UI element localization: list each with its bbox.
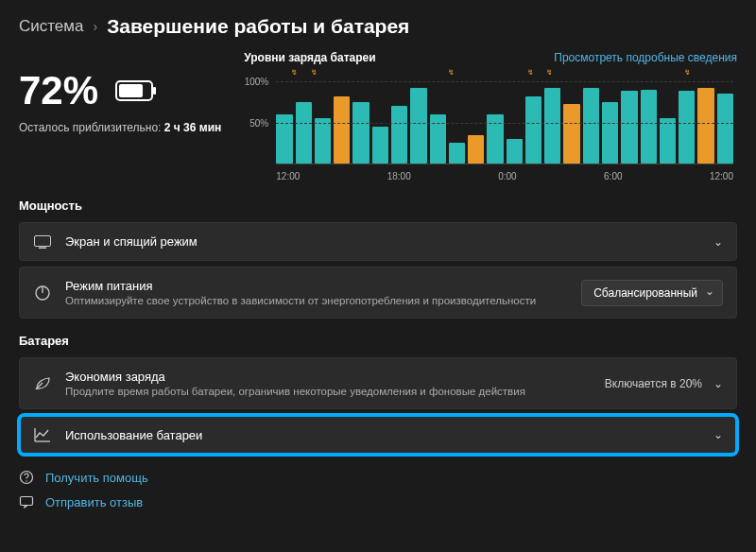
power-mode-dropdown[interactable]: Сбалансированный (581, 280, 723, 306)
chart-bar (679, 91, 695, 164)
battery-saver-title: Экономия заряда (65, 370, 592, 384)
leaf-icon (33, 376, 52, 391)
chart-bar (697, 88, 713, 164)
battery-usage-row[interactable]: Использование батареи ⌄ (19, 415, 737, 455)
chart-bar (468, 135, 484, 164)
chart-bar (352, 102, 369, 164)
breadcrumb-parent[interactable]: Система (19, 17, 83, 36)
chart-bar (410, 88, 426, 164)
battery-saver-sub: Продлите время работы батареи, ограничив… (65, 386, 592, 397)
feedback-icon (19, 494, 36, 509)
battery-usage-title: Использование батареи (65, 428, 700, 442)
chart-bar (660, 118, 676, 164)
battery-saver-row[interactable]: Экономия заряда Продлите время работы ба… (19, 357, 737, 409)
feedback-link[interactable]: Отправить отзыв (19, 494, 737, 509)
chart-bar (372, 127, 388, 164)
chart-bar (276, 114, 292, 164)
chart-bar (391, 106, 407, 164)
power-mode-title: Режим питания (65, 279, 568, 293)
svg-rect-1 (153, 87, 156, 95)
chevron-down-icon: ⌄ (713, 428, 723, 441)
screen-sleep-row[interactable]: Экран и спящий режим ⌄ (19, 222, 737, 261)
section-battery-label: Батарея (19, 334, 737, 348)
chart-bar (296, 102, 312, 164)
chart-bar (621, 91, 637, 164)
display-icon (33, 235, 52, 249)
screen-sleep-title: Экран и спящий режим (65, 234, 700, 249)
breadcrumb: Система › Завершение работы и батарея (19, 15, 737, 38)
battery-saver-value: Включается в 20% (605, 377, 702, 390)
chart-bar (641, 90, 657, 164)
chart-line-icon (33, 427, 52, 442)
power-icon (33, 285, 52, 302)
chart-y-axis: 100% 50% (244, 81, 272, 164)
chart-bar (717, 94, 733, 164)
chart-bar (315, 118, 331, 164)
help-icon (19, 470, 36, 485)
chart-bar (430, 114, 446, 164)
chart-bar (544, 88, 560, 164)
chart-bar (583, 88, 599, 164)
page-title: Завершение работы и батарея (107, 15, 409, 38)
chart-x-axis: 12:00 18:00 0:00 6:00 12:00 (276, 171, 733, 181)
chart-bar (449, 143, 465, 164)
time-remaining: Осталось приблизительно: 2 ч 36 мин (19, 121, 221, 134)
chart-bar (487, 114, 503, 164)
svg-point-9 (26, 480, 26, 481)
chart-bar (334, 96, 350, 164)
battery-percent: 72% (19, 68, 98, 113)
svg-rect-2 (119, 84, 143, 97)
chart-bar (507, 139, 523, 164)
power-mode-row[interactable]: Режим питания Оптимизируйте свое устройс… (19, 267, 737, 319)
get-help-label: Получить помощь (45, 471, 148, 485)
get-help-link[interactable]: Получить помощь (19, 470, 737, 485)
chart-bars (276, 81, 733, 164)
feedback-label: Отправить отзыв (45, 495, 143, 509)
chart-charge-markers: ↯↯↯↯↯↯↯↯↯↯↯↯↯↯↯↯↯↯↯↯↯↯↯↯ (244, 68, 718, 77)
power-mode-sub: Оптимизируйте свое устройство в зависимо… (65, 295, 568, 306)
svg-rect-10 (21, 497, 33, 506)
svg-rect-4 (39, 247, 46, 249)
chart-bar (602, 102, 618, 164)
chart-bar (525, 96, 541, 164)
chevron-down-icon: ⌄ (713, 235, 723, 249)
chart-bar (563, 104, 579, 164)
chart-title: Уровни заряда батареи (244, 51, 375, 64)
chart-details-link[interactable]: Просмотреть подробные сведения (554, 51, 737, 64)
chevron-down-icon: ⌄ (713, 377, 723, 390)
section-power-label: Мощность (19, 198, 737, 213)
battery-level-chart: Уровни заряда батареи Просмотреть подроб… (244, 51, 737, 181)
svg-rect-3 (35, 235, 51, 246)
chevron-right-icon: › (93, 19, 97, 34)
battery-icon (115, 80, 157, 101)
